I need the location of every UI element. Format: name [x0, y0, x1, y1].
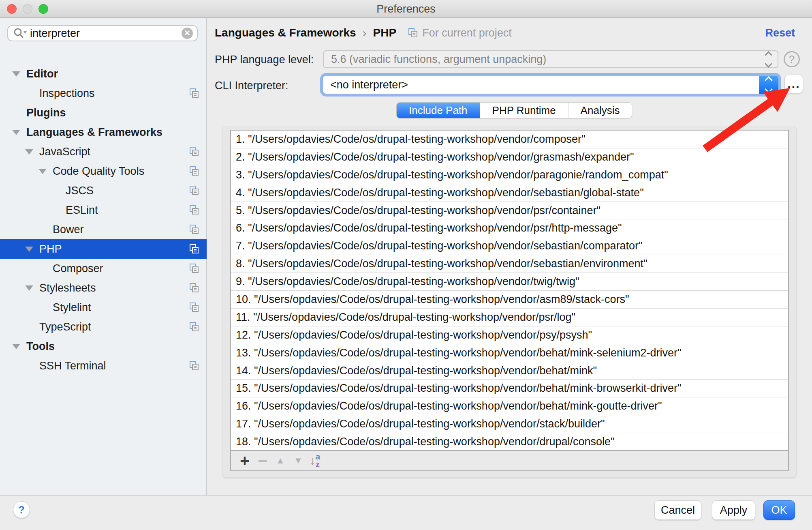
ok-button[interactable]: OK	[763, 500, 795, 520]
per-project-pages-icon	[189, 360, 199, 371]
include-path-text: 13. "/Users/opdavies/Code/os/drupal-test…	[231, 347, 682, 359]
include-path-text: 18. "/Users/opdavies/Code/os/drupal-test…	[231, 436, 615, 448]
per-project-pages-icon	[189, 185, 199, 196]
language-level-help-icon[interactable]: ?	[784, 51, 800, 67]
sidebar-item-composer[interactable]: Composer	[0, 259, 207, 278]
expand-triangle-icon[interactable]	[12, 130, 20, 135]
include-path-text: 5. "/Users/opdavies/Code/os/drupal-testi…	[231, 204, 600, 217]
sidebar-item-languages-frameworks[interactable]: Languages & Frameworks	[0, 122, 207, 142]
include-path-row[interactable]: 17. "/Users/opdavies/Code/os/drupal-test…	[231, 415, 788, 433]
sort-arrow-icon: ↓	[310, 454, 316, 468]
include-path-text: 17. "/Users/opdavies/Code/os/drupal-test…	[231, 418, 605, 430]
reset-link[interactable]: Reset	[765, 27, 795, 39]
include-path-row[interactable]: 13. "/Users/opdavies/Code/os/drupal-test…	[231, 344, 788, 362]
move-up-button[interactable]: ▲	[271, 455, 289, 466]
include-path-row[interactable]: 1. "/Users/opdavies/Code/os/drupal-testi…	[231, 131, 788, 148]
list-toolbar: + − ▲ ▼ ↓ a z	[231, 450, 788, 470]
cancel-button[interactable]: Cancel	[654, 500, 701, 520]
zoom-button[interactable]	[38, 4, 48, 14]
expand-triangle-icon[interactable]	[12, 71, 20, 77]
include-path-row[interactable]: 7. "/Users/opdavies/Code/os/drupal-testi…	[231, 237, 788, 255]
per-project-pages-icon	[189, 302, 199, 313]
include-path-row[interactable]: 11. "/Users/opdavies/Code/os/drupal-test…	[231, 309, 788, 326]
scope-indicator: For current project	[408, 27, 512, 39]
settings-tree: Editor Inspections Plugins Languages &	[0, 64, 207, 376]
include-path-row[interactable]: 12. "/Users/opdavies/Code/os/drupal-test…	[231, 326, 788, 344]
include-path-row[interactable]: 5. "/Users/opdavies/Code/os/drupal-testi…	[231, 202, 788, 220]
sidebar-item-bower[interactable]: Bower	[0, 220, 207, 239]
sort-alphabetically-button[interactable]: ↓ a z	[310, 453, 320, 468]
tab-php-runtime[interactable]: PHP Runtime	[480, 103, 568, 118]
sidebar-item-inspections[interactable]: Inspections	[0, 84, 207, 103]
tab-include-path[interactable]: Include Path	[397, 103, 480, 118]
include-path-row[interactable]: 8. "/Users/opdavies/Code/os/drupal-testi…	[231, 255, 788, 273]
per-project-pages-icon	[189, 322, 199, 332]
search-input[interactable]	[27, 26, 182, 40]
include-path-text: 8. "/Users/opdavies/Code/os/drupal-testi…	[231, 257, 647, 270]
include-path-row[interactable]: 18. "/Users/opdavies/Code/os/drupal-test…	[231, 433, 788, 451]
include-path-text: 7. "/Users/opdavies/Code/os/drupal-testi…	[231, 240, 643, 252]
include-path-text: 2. "/Users/opdavies/Code/os/drupal-testi…	[231, 151, 634, 163]
include-path-row[interactable]: 6. "/Users/opdavies/Code/os/drupal-testi…	[231, 219, 788, 237]
include-path-row[interactable]: 10. "/Users/opdavies/Code/os/drupal-test…	[231, 291, 788, 309]
breadcrumb-languages-frameworks[interactable]: Languages & Frameworks	[215, 26, 356, 39]
include-path-row[interactable]: 9. "/Users/opdavies/Code/os/drupal-testi…	[231, 273, 788, 291]
settings-search-box[interactable]: ✕	[7, 25, 198, 41]
stepper-icon[interactable]	[759, 76, 778, 94]
sidebar-item-label: Bower	[0, 223, 84, 236]
help-button[interactable]: ?	[13, 501, 30, 518]
include-path-text: 9. "/Users/opdavies/Code/os/drupal-testi…	[231, 275, 579, 288]
include-path-text: 12. "/Users/opdavies/Code/os/drupal-test…	[231, 329, 592, 341]
apply-button[interactable]: Apply	[712, 500, 755, 520]
sidebar-item-label: JavaScript	[0, 146, 90, 158]
sidebar-item-label: Inspections	[0, 87, 95, 100]
include-path-text: 4. "/Users/opdavies/Code/os/drupal-testi…	[231, 187, 644, 199]
sidebar-item-javascript[interactable]: JavaScript	[0, 142, 207, 161]
close-button[interactable]	[7, 4, 17, 14]
sidebar-item-stylelint[interactable]: Stylelint	[0, 298, 207, 317]
sidebar-item-eslint[interactable]: ESLint	[0, 200, 207, 220]
sidebar-item-label: Editor	[0, 68, 58, 80]
include-path-row[interactable]: 3. "/Users/opdavies/Code/os/drupal-testi…	[231, 166, 788, 184]
include-path-row[interactable]: 2. "/Users/opdavies/Code/os/drupal-testi…	[231, 148, 788, 166]
sidebar-item-label: Composer	[0, 262, 103, 275]
cli-interpreter-select[interactable]: <no interpreter>	[323, 76, 778, 94]
sidebar-item-jscs[interactable]: JSCS	[0, 181, 207, 200]
minimize-button[interactable]	[23, 4, 32, 14]
sidebar-item-label: SSH Terminal	[0, 360, 106, 372]
include-path-text: 3. "/Users/opdavies/Code/os/drupal-testi…	[231, 169, 668, 181]
add-path-button[interactable]: +	[236, 452, 254, 470]
sidebar-item-typescript[interactable]: TypeScript	[0, 317, 207, 337]
sidebar-item-label: Languages & Frameworks	[0, 126, 162, 139]
sidebar-item-code-quality-tools[interactable]: Code Quality Tools	[0, 161, 207, 181]
clear-search-icon[interactable]: ✕	[182, 28, 193, 39]
remove-path-button[interactable]: −	[254, 452, 271, 470]
sidebar-item-label: Stylesheets	[0, 282, 96, 294]
for-current-project-icon	[408, 28, 418, 38]
sidebar-item-editor[interactable]: Editor	[0, 64, 207, 84]
include-path-row[interactable]: 14. "/Users/opdavies/Code/os/drupal-test…	[231, 362, 788, 380]
sidebar-item-plugins[interactable]: Plugins	[0, 103, 207, 122]
expand-triangle-icon[interactable]	[38, 169, 47, 174]
include-path-row[interactable]: 16. "/Users/opdavies/Code/os/drupal-test…	[231, 397, 788, 415]
include-path-list-frame: 1. "/Users/opdavies/Code/os/drupal-testi…	[230, 130, 789, 471]
per-project-pages-icon	[189, 205, 199, 215]
sidebar-item-tools[interactable]: Tools	[0, 337, 207, 356]
include-path-list: 1. "/Users/opdavies/Code/os/drupal-testi…	[231, 131, 788, 451]
sidebar-item-stylesheets[interactable]: Stylesheets	[0, 278, 207, 298]
expand-triangle-icon[interactable]	[12, 344, 20, 349]
expand-triangle-icon[interactable]	[25, 285, 33, 291]
per-project-pages-icon	[189, 146, 199, 157]
tab-analysis[interactable]: Analysis	[568, 103, 632, 118]
expand-triangle-icon[interactable]	[25, 247, 33, 252]
move-down-button[interactable]: ▼	[289, 455, 307, 466]
expand-triangle-icon[interactable]	[25, 149, 33, 154]
include-path-row[interactable]: 4. "/Users/opdavies/Code/os/drupal-testi…	[231, 184, 788, 202]
include-path-text: 14. "/Users/opdavies/Code/os/drupal-test…	[231, 365, 597, 377]
sidebar-item-ssh-terminal[interactable]: SSH Terminal	[0, 356, 207, 376]
cli-interpreter-browse-button[interactable]: ...	[784, 75, 803, 93]
language-level-select[interactable]: 5.6 (variadic functions, argument unpack…	[323, 50, 778, 68]
include-path-row[interactable]: 15. "/Users/opdavies/Code/os/drupal-test…	[231, 380, 788, 397]
sidebar-item-php[interactable]: PHP	[0, 239, 207, 259]
breadcrumb: Languages & Frameworks › PHP For current…	[215, 26, 512, 40]
